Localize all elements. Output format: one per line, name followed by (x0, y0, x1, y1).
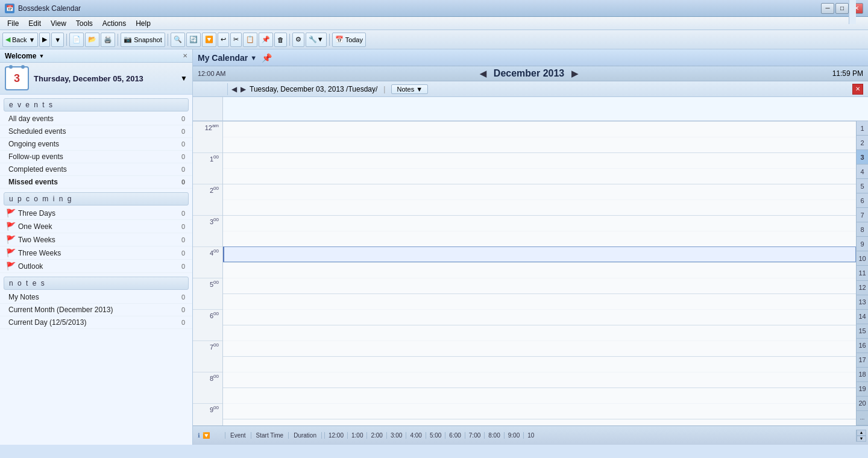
scroll-up-button[interactable]: ▲ (857, 430, 866, 436)
undo-button[interactable]: ↩ (218, 33, 229, 47)
one-week-item[interactable]: 🚩 One Week 0 (0, 220, 192, 233)
day-num-9[interactable]: 9 (857, 237, 868, 251)
three-weeks-item[interactable]: 🚩 Three Weeks 0 (0, 246, 192, 260)
outlook-item[interactable]: 🚩 Outlook 0 (0, 260, 192, 273)
hour-row-8[interactable] (223, 356, 856, 387)
day-num-13[interactable]: 13 (857, 295, 868, 310)
day-num-6[interactable]: 6 (857, 193, 868, 208)
missed-events-item[interactable]: Missed events 0 (0, 176, 192, 189)
day-num-5[interactable]: 5 (857, 179, 868, 193)
all-day-content (223, 97, 868, 121)
current-month-count: 0 (181, 306, 185, 313)
day-num-3[interactable]: 3 (857, 150, 868, 165)
followup-events-item[interactable]: Follow-up events 0 (0, 151, 192, 163)
minimize-button[interactable]: ─ (821, 3, 834, 14)
time-9: 900 (193, 403, 222, 425)
forward-button[interactable]: ▶ (39, 33, 50, 47)
menu-help[interactable]: Help (131, 18, 156, 29)
date-dropdown-icon[interactable]: ▼ (180, 74, 187, 83)
current-day-item[interactable]: Current Day (12/5/2013) 0 (0, 316, 192, 329)
ongoing-events-item[interactable]: Ongoing events 0 (0, 138, 192, 151)
events-column[interactable] (223, 121, 856, 425)
day-num-17[interactable]: 17 (857, 353, 868, 368)
day-num-19[interactable]: 19 (857, 382, 868, 397)
cut-button[interactable]: ✂ (230, 33, 242, 47)
missed-events-count: 0 (181, 178, 185, 186)
all-day-events-count: 0 (181, 115, 185, 122)
two-weeks-item[interactable]: 🚩 Two Weeks 0 (0, 233, 192, 246)
menu-view[interactable]: View (46, 18, 71, 29)
snapshot-button[interactable]: 📷 Snapshot (121, 33, 165, 47)
followup-events-label: Follow-up events (8, 152, 63, 161)
hour-row-2[interactable] (223, 184, 856, 215)
day-num-15[interactable]: 15 (857, 324, 868, 339)
welcome-close-button[interactable]: ✕ (183, 52, 187, 59)
scheduled-events-label: Scheduled events (8, 127, 66, 136)
day-num-1[interactable]: 1 (857, 121, 868, 136)
day-num-16[interactable]: 16 (857, 339, 868, 353)
timeline-hours-row: 12:00 1:00 2:00 3:00 4:00 5:00 6:00 7:00… (322, 432, 856, 439)
next-month-button[interactable]: ▶ (571, 69, 578, 78)
day-num-11[interactable]: 11 (857, 266, 868, 280)
filter-button[interactable]: 🔽 (202, 33, 216, 47)
hour-row-12am[interactable] (223, 121, 856, 152)
day-num-more[interactable]: ... (857, 411, 868, 425)
copy-button[interactable]: 📋 (243, 33, 257, 47)
find-button[interactable]: 🔍 (171, 33, 185, 47)
welcome-tab[interactable]: Welcome ▼ (5, 52, 44, 60)
scheduled-events-item[interactable]: Scheduled events 0 (0, 125, 192, 138)
menu-edit[interactable]: Edit (24, 18, 46, 29)
refresh-button[interactable]: 🔄 (186, 33, 201, 47)
hour-row-9[interactable] (223, 387, 856, 419)
settings-button[interactable]: ⚙ (292, 33, 304, 47)
day-num-12[interactable]: 12 (857, 281, 868, 295)
menu-file[interactable]: File (2, 18, 24, 29)
day-num-2[interactable]: 2 (857, 136, 868, 150)
three-days-item[interactable]: 🚩 Three Days 0 (0, 207, 192, 220)
day-num-8[interactable]: 8 (857, 222, 868, 237)
timeline-3: 3:00 (386, 432, 406, 439)
back-button[interactable]: ◀ Back ▼ (2, 33, 38, 47)
dropdown-button[interactable]: ▼ (51, 33, 64, 47)
settings2-button[interactable]: 🔧▼ (306, 33, 327, 47)
day-num-4[interactable]: 4 (857, 165, 868, 179)
scroll-down-button[interactable]: ▼ (857, 436, 866, 442)
today-button[interactable]: 📅 Today (332, 33, 366, 47)
print-button[interactable]: 🖨️ (101, 33, 115, 47)
day-num-7[interactable]: 7 (857, 208, 868, 222)
prev-day-button[interactable]: ◀ (231, 85, 237, 93)
hour-row-5[interactable] (223, 262, 856, 293)
day-num-18[interactable]: 18 (857, 368, 868, 382)
hour-row-6[interactable] (223, 293, 856, 325)
hour-row-7[interactable] (223, 325, 856, 356)
hour-row-10[interactable] (223, 419, 856, 425)
close-day-button[interactable]: ✕ (852, 84, 863, 95)
new-button[interactable]: 📄 (69, 33, 84, 47)
hour-row-4-highlighted[interactable] (223, 246, 856, 262)
next-day-button[interactable]: ▶ (241, 85, 246, 93)
day-num-20[interactable]: 20 (857, 397, 868, 411)
menu-actions[interactable]: Actions (98, 18, 131, 29)
prev-month-button[interactable]: ◀ (480, 69, 486, 78)
maximize-button[interactable]: □ (835, 3, 849, 14)
current-month-item[interactable]: Current Month (December 2013) 0 (0, 304, 192, 316)
completed-events-label: Completed events (8, 165, 67, 174)
toolbar-sep-5 (329, 34, 330, 46)
my-notes-item[interactable]: My Notes 0 (0, 291, 192, 304)
time-column: 12am 100 200 300 400 500 600 700 800 900… (193, 121, 223, 425)
time-start: 12:00 AM (198, 70, 225, 77)
hour-row-3[interactable] (223, 215, 856, 246)
open-button[interactable]: 📂 (85, 33, 99, 47)
hour-row-1[interactable] (223, 152, 856, 184)
all-day-events-item[interactable]: All day events 0 (0, 113, 192, 125)
day-num-10[interactable]: 10 (857, 251, 868, 266)
one-week-icon: 🚩 (6, 222, 16, 231)
toolbar-sep-1 (66, 34, 67, 46)
delete-button[interactable]: 🗑 (274, 33, 287, 47)
menu-tools[interactable]: Tools (71, 18, 98, 29)
notes-dropdown-button[interactable]: Notes ▼ (391, 84, 428, 94)
allday-scrollbar[interactable] (849, 0, 856, 24)
completed-events-item[interactable]: Completed events 0 (0, 163, 192, 176)
day-num-14[interactable]: 14 (857, 310, 868, 324)
paste-button[interactable]: 📌 (259, 33, 273, 47)
